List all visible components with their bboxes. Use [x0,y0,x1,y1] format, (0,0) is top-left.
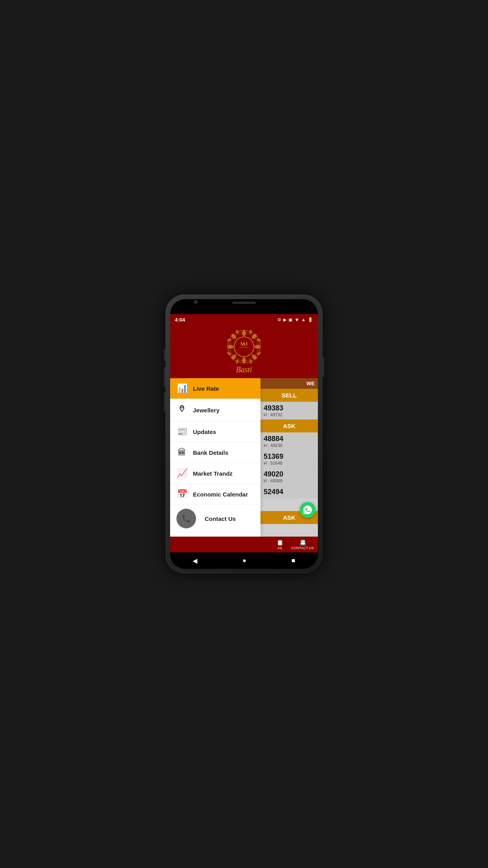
rate-high-1: H : 49732 [264,412,315,417]
sidebar-item-live-rate[interactable]: 📊 Live Rate [170,378,261,399]
svg-point-9 [251,354,258,360]
jewellery-icon [176,404,187,416]
back-button[interactable]: ◀ [193,557,197,565]
svg-point-3 [242,357,246,363]
updates-label: Updates [193,428,216,435]
svg-point-17 [249,359,253,364]
bank-icon: 🏛 [176,447,187,458]
svg-point-4 [228,345,233,349]
logo-area: MJ Basti [176,329,312,374]
content-area: 📊 Live Rate [170,378,318,537]
svg-text:MJ: MJ [240,341,248,347]
contact-icon-bg: 📞 [176,509,196,528]
app-header: MJ Basti [170,325,318,378]
svg-point-16 [236,359,239,364]
market-trandz-label: Market Trandz [193,470,233,477]
logo-mandala: MJ [226,329,262,364]
svg-point-5 [255,345,260,349]
svg-point-8 [231,354,237,360]
rate-high-4: H : 49369 [264,478,315,483]
updates-icon: 📰 [176,427,187,437]
svg-line-23 [183,406,183,407]
economic-calendar-label: Economic Calendar [193,491,248,498]
rate-block-4: 49020 H : 49369 [261,468,318,485]
svg-point-6 [231,333,237,340]
ask-button[interactable]: ASK [261,419,318,432]
live-rate-icon: 📊 [176,383,187,394]
rate-value-4: 49020 [264,470,315,478]
svg-point-2 [242,331,246,336]
status-time: 4:04 [175,317,185,323]
status-bar: 4:04 ⚙ ▶ ▣ ▼ ▲ 🔋 [170,314,318,325]
rate-value-2: 48884 [264,435,315,443]
bottom-contact-label: CONTACT US [291,546,314,550]
rate-value-5: 52494 [264,488,315,496]
app-name: Basti [236,365,252,374]
bottom-navigation: 📋 AIL 📇 CONTACT US [170,537,318,552]
svg-point-10 [236,329,239,334]
sidebar-item-economic-calendar[interactable]: 📅 Economic Calendar [170,484,261,505]
wifi-icon: ▼ [294,317,299,323]
rate-high-2: H : 49230 [264,443,315,448]
rates-panel: WE SELL 49383 H : 49732 ASK 48884 H : 49 [261,378,318,537]
signal-icon: ▲ [301,317,306,322]
bank-details-label: Bank Details [193,449,228,456]
svg-point-7 [251,333,258,340]
sidebar-item-updates[interactable]: 📰 Updates [170,421,261,442]
svg-point-21 [181,406,183,408]
whatsapp-fab[interactable] [300,502,316,518]
rate-block-1: 49383 H : 49732 [261,402,318,419]
bottom-nav-ail[interactable]: 📋 AIL [273,539,287,551]
ail-label: AIL [277,546,283,550]
svg-line-22 [180,406,181,407]
contact-us-label: Contact Us [205,515,236,522]
market-icon: 📈 [176,468,187,478]
phone-screen: 4:04 ⚙ ▶ ▣ ▼ ▲ 🔋 [170,299,318,569]
sidebar-item-bank-details[interactable]: 🏛 Bank Details [170,442,261,463]
live-rate-label: Live Rate [193,385,219,392]
settings-icon: ⚙ [277,317,281,322]
sidebar-item-jewellery[interactable]: Jewellery [170,399,261,421]
ail-icon: 📋 [277,539,283,546]
rate-value-1: 49383 [264,404,315,412]
home-button[interactable]: ● [242,557,246,564]
rate-block-5: 52494 [261,485,318,498]
bottom-contact-icon: 📇 [299,539,306,546]
calendar-icon: 📅 [176,489,187,499]
rate-high-3: H : 51648 [264,461,315,465]
jewellery-label: Jewellery [193,407,220,414]
svg-point-11 [249,329,253,334]
rates-section-header: WE [261,378,318,389]
contact-us-icon: 📞 [182,514,191,523]
rate-block-3: 51369 H : 51648 [261,450,318,468]
svg-point-14 [257,338,261,342]
sidebar-item-contact-us[interactable]: 📞 Contact Us [170,505,261,533]
navigation-drawer: 📊 Live Rate [170,378,261,537]
status-icons: ⚙ ▶ ▣ ▼ ▲ 🔋 [277,317,313,323]
svg-point-15 [257,352,261,355]
android-nav: ◀ ● ■ [170,552,318,569]
sidebar-item-market-trandz[interactable]: 📈 Market Trandz [170,463,261,484]
bottom-nav-contact-us[interactable]: 📇 CONTACT US [287,539,318,551]
svg-point-12 [227,338,231,342]
rate-block-2: 48884 H : 49230 [261,432,318,450]
battery-icon: 🔋 [308,317,313,322]
play-icon: ▶ [283,317,286,322]
svg-point-13 [227,352,231,355]
recent-button[interactable]: ■ [292,557,295,564]
app-screen: 4:04 ⚙ ▶ ▣ ▼ ▲ 🔋 [170,314,318,552]
we-label: WE [306,381,315,386]
rate-value-3: 51369 [264,452,315,461]
sell-button[interactable]: SELL [261,389,318,402]
phone-frame: 4:04 ⚙ ▶ ▣ ▼ ▲ 🔋 [165,294,323,574]
sd-card-icon: ▣ [288,317,292,322]
